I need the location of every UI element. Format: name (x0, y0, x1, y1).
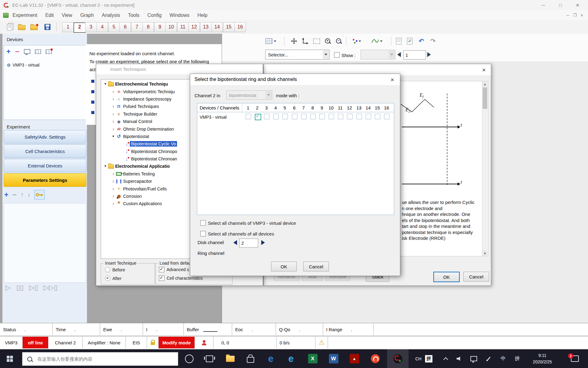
cell-characteristics-button[interactable]: Cell Characteristics (4, 144, 86, 158)
search-input[interactable] (37, 356, 178, 362)
excel-button[interactable]: X (304, 349, 322, 368)
after-radio[interactable] (105, 276, 110, 281)
expand-icon[interactable]: › (111, 119, 116, 124)
mdi-restore-button[interactable]: ❐ (571, 12, 578, 18)
taskbar-search[interactable] (22, 352, 178, 366)
after-radio-row[interactable]: After (105, 276, 122, 281)
channel-button-9[interactable]: 9 (154, 22, 166, 32)
word-button[interactable]: W (325, 349, 342, 368)
menu-tools[interactable]: Tools (124, 10, 143, 20)
layout-button[interactable] (266, 36, 276, 46)
redo-button[interactable]: ↷ (430, 36, 436, 46)
clock[interactable]: 9:11 2020/2/25 (526, 349, 559, 368)
channel-checkbox-11[interactable] (338, 114, 343, 119)
points-button[interactable] (352, 36, 361, 46)
cancel-button[interactable]: Cancel (303, 262, 329, 271)
zoom-in-button[interactable]: + (324, 36, 331, 46)
menu-experiment[interactable]: Experiment (9, 10, 41, 20)
show-checkbox[interactable] (334, 52, 340, 58)
collapse-icon[interactable]: ▼ (103, 82, 108, 86)
channel-checkbox-4[interactable] (273, 114, 279, 119)
menu-config[interactable]: Config (143, 10, 165, 20)
channel-checkbox-1[interactable] (246, 114, 251, 119)
skip-end-icon[interactable]: ▷▷▯ (43, 284, 58, 292)
menu-windows[interactable]: Windows (166, 10, 194, 20)
modify-experiment-button[interactable] (29, 22, 39, 32)
menu-help[interactable]: Help (193, 10, 211, 20)
device-tree-item[interactable]: VMP3 - virtual (7, 63, 40, 67)
channel-button-1[interactable]: 1 (62, 22, 74, 32)
collapse-icon[interactable]: ▼ (111, 134, 116, 139)
channel-checkbox-7[interactable] (301, 114, 307, 119)
cell-characteristics-row[interactable]: Cell characteristics (159, 275, 202, 281)
page-input[interactable] (403, 50, 426, 59)
cancel-button[interactable]: Cancel (463, 272, 489, 282)
menu-analysis[interactable]: Analysis (98, 10, 124, 20)
play-icon[interactable]: ▷ (6, 284, 11, 292)
expand-icon[interactable]: › (111, 171, 116, 176)
channel-checkbox-13[interactable] (356, 114, 362, 119)
step-icon[interactable]: ▷▯ (29, 284, 38, 292)
scrollbar[interactable]: ▲ ▼ (482, 81, 488, 256)
page-previous-icon[interactable] (397, 52, 401, 57)
axes-button[interactable] (302, 36, 308, 46)
select-all-row[interactable]: Select all channels of all devices (200, 231, 274, 236)
safety-settings-button[interactable]: Safety/Adv. Settings (4, 130, 86, 144)
select-device-row[interactable]: Select all channels of VMP3 - virtual de… (200, 220, 296, 226)
channel-button-12[interactable]: 12 (188, 22, 200, 32)
file-explorer-button[interactable] (222, 349, 239, 368)
ok-button[interactable]: OK (433, 272, 460, 282)
remove-technique-icon[interactable]: − (12, 192, 17, 198)
disk-channel-input[interactable] (239, 239, 258, 247)
channel-checkbox-12[interactable] (347, 114, 352, 119)
close-button[interactable]: × (569, 0, 586, 10)
expand-icon[interactable]: › (111, 89, 116, 94)
select-device-checkbox[interactable] (200, 220, 206, 226)
open-experiment-button[interactable] (17, 22, 27, 32)
expand-icon[interactable]: › (111, 104, 116, 109)
add-device-icon[interactable]: + (6, 48, 10, 55)
red-app-button[interactable] (366, 349, 384, 368)
channel-checkbox-5[interactable] (282, 114, 288, 119)
start-button[interactable] (0, 349, 20, 368)
device-table-icon[interactable] (35, 49, 41, 54)
channel-checkbox-6[interactable] (292, 114, 297, 119)
collapse-icon[interactable]: ▼ (103, 164, 108, 169)
expand-icon[interactable]: › (111, 201, 116, 206)
channel-checkbox-9[interactable] (319, 114, 325, 119)
channel-button-2[interactable]: 2 (74, 22, 86, 33)
network-button[interactable] (469, 349, 478, 368)
before-radio-row[interactable]: Before (105, 267, 125, 272)
disk-next-icon[interactable] (261, 240, 265, 245)
cell-characteristics-checkbox[interactable] (159, 275, 164, 281)
channel-checkbox-2[interactable] (255, 114, 261, 120)
channel-checkbox-3[interactable] (264, 114, 270, 119)
close-icon[interactable]: × (388, 76, 397, 84)
disk-previous-icon[interactable] (233, 240, 237, 245)
new-protocol-button[interactable] (4, 22, 15, 32)
expand-icon[interactable]: › (111, 127, 116, 132)
channel-checkbox-8[interactable] (310, 114, 316, 119)
selector-dropdown[interactable]: Selector... (265, 50, 330, 59)
language-indicator[interactable]: CH (413, 349, 423, 368)
channel-button-6[interactable]: 6 (119, 22, 131, 32)
edge-button[interactable]: e (282, 349, 300, 368)
channel-button-13[interactable]: 13 (200, 22, 212, 32)
channel-checkbox-16[interactable] (384, 114, 390, 119)
parameters-settings-button[interactable]: Parameters Settings (4, 173, 86, 187)
data-check-button[interactable] (407, 36, 413, 46)
action-center-button[interactable]: 2 (566, 349, 584, 368)
external-devices-button[interactable]: External Devices (4, 159, 86, 172)
mdi-minimize-button[interactable]: ─ (564, 12, 571, 18)
move-up-icon[interactable]: ↑ (21, 191, 24, 198)
device-monitor-icon[interactable] (24, 49, 30, 54)
save-button[interactable] (42, 22, 53, 32)
task-view-button[interactable] (201, 349, 218, 368)
expand-icon[interactable]: › (111, 97, 116, 102)
expand-icon[interactable]: › (111, 179, 116, 184)
ime-indicator[interactable]: 拼 (424, 349, 433, 368)
channel-button-10[interactable]: 10 (165, 22, 177, 32)
channel-button-14[interactable]: 14 (211, 22, 223, 32)
channel-button-7[interactable]: 7 (131, 22, 143, 32)
add-technique-icon[interactable]: + (4, 191, 8, 198)
